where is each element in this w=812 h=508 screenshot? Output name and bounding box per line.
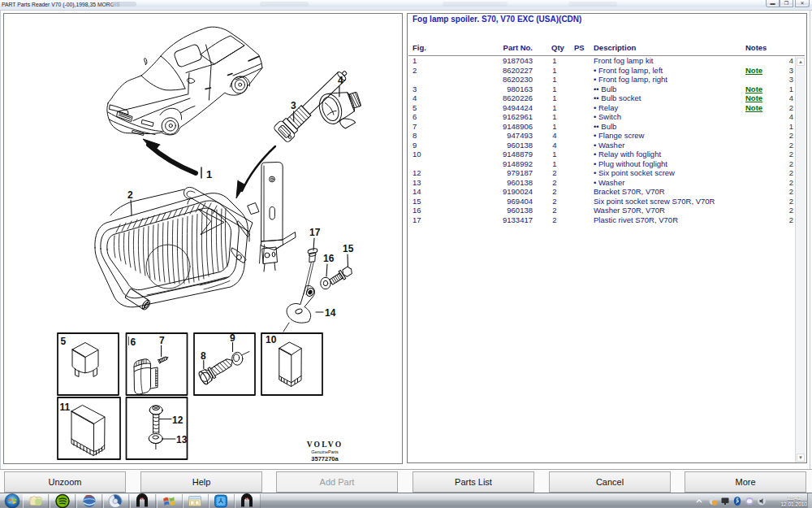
svg-text:14: 14 (325, 307, 336, 319)
svg-text:5: 5 (61, 336, 67, 347)
svg-text:9: 9 (230, 332, 235, 344)
svg-text:13: 13 (176, 434, 188, 445)
svg-text:15: 15 (343, 243, 354, 254)
svg-text:3577270a: 3577270a (311, 455, 339, 462)
svg-text:VOLVO: VOLVO (307, 441, 343, 449)
svg-text:4: 4 (338, 75, 343, 86)
svg-text:2: 2 (127, 189, 133, 201)
svg-text:1: 1 (206, 168, 212, 180)
svg-text:17: 17 (309, 227, 321, 238)
svg-text:10: 10 (266, 334, 277, 345)
svg-text:8: 8 (201, 350, 206, 362)
svg-text:11: 11 (60, 402, 71, 413)
svg-text:12: 12 (172, 415, 184, 426)
svg-text:7: 7 (159, 335, 165, 346)
svg-text:GenuineParts: GenuineParts (311, 449, 339, 454)
svg-text:16: 16 (323, 253, 335, 264)
svg-text:3: 3 (291, 100, 296, 111)
svg-text:6: 6 (131, 336, 136, 348)
